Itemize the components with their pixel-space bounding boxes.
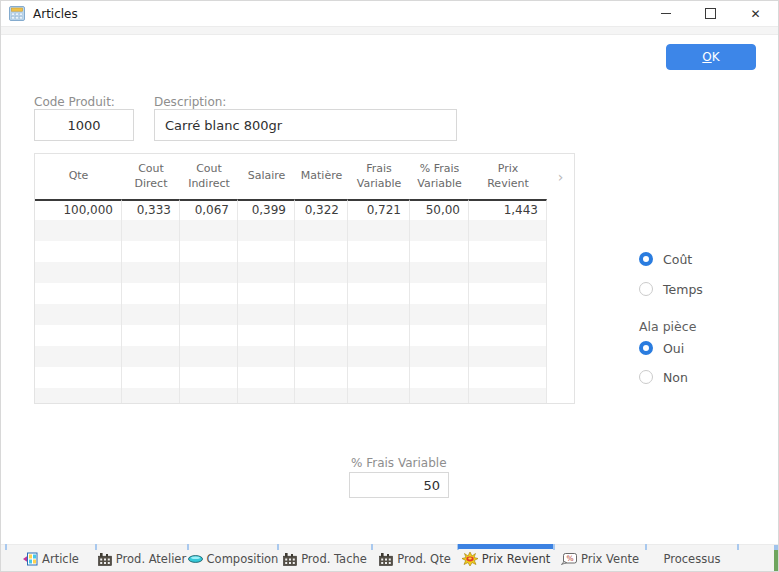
cell[interactable] — [238, 262, 295, 283]
radio-cout-selected[interactable] — [639, 252, 653, 266]
cell[interactable] — [35, 304, 122, 325]
table-row-data[interactable]: 100,0000,3330,0670,3990,3220,72150,001,4… — [35, 199, 574, 220]
maximize-button[interactable] — [688, 1, 733, 26]
cell[interactable] — [348, 220, 410, 241]
cell[interactable] — [410, 346, 469, 367]
radio-option-cout[interactable]: Coût — [639, 251, 769, 267]
cell[interactable] — [122, 367, 180, 388]
tab-prix-vente[interactable]: %Prix Vente — [554, 545, 646, 572]
cell[interactable] — [410, 388, 469, 403]
cell[interactable] — [348, 283, 410, 304]
column-header-frais-variable[interactable]: % Frais Variable — [410, 154, 469, 199]
cell[interactable] — [410, 241, 469, 262]
cell[interactable] — [295, 262, 348, 283]
radio-temps[interactable] — [639, 282, 653, 296]
cell[interactable] — [35, 220, 122, 241]
cell[interactable] — [122, 325, 180, 346]
cell[interactable]: 50,00 — [410, 199, 469, 220]
cell[interactable] — [295, 241, 348, 262]
ok-button[interactable]: OK — [666, 44, 756, 70]
cell[interactable] — [348, 388, 410, 403]
cell[interactable] — [295, 346, 348, 367]
cell[interactable]: 0,067 — [180, 199, 238, 220]
column-header-frais-variable[interactable]: Frais Variable — [348, 154, 410, 199]
cell[interactable] — [348, 262, 410, 283]
cell[interactable] — [410, 262, 469, 283]
cell[interactable] — [35, 283, 122, 304]
cell[interactable] — [238, 283, 295, 304]
table-row-empty[interactable] — [35, 241, 574, 262]
cell[interactable]: 0,322 — [295, 199, 348, 220]
cell[interactable] — [348, 367, 410, 388]
cell[interactable] — [180, 325, 238, 346]
cell[interactable] — [295, 367, 348, 388]
cell[interactable] — [35, 346, 122, 367]
cell[interactable] — [410, 304, 469, 325]
cell[interactable] — [295, 388, 348, 403]
cell[interactable] — [410, 367, 469, 388]
cost-table[interactable]: QteCout DirectCout IndirectSalaireMatièr… — [34, 153, 575, 404]
column-header-matiere[interactable]: Matière — [295, 154, 348, 199]
tab-prix-revient[interactable]: Prix Revient — [458, 545, 554, 572]
tab-prod-qte[interactable]: Prod. Qte — [372, 545, 458, 572]
more-columns-icon[interactable]: › — [547, 154, 574, 199]
table-body[interactable]: 100,0000,3330,0670,3990,3220,72150,001,4… — [35, 199, 574, 403]
cell[interactable] — [469, 304, 547, 325]
cell[interactable]: 1,443 — [469, 199, 547, 220]
cell[interactable] — [180, 304, 238, 325]
cell[interactable] — [35, 241, 122, 262]
cell[interactable]: 0,721 — [348, 199, 410, 220]
cell[interactable] — [180, 241, 238, 262]
radio-option-oui[interactable]: Oui — [639, 340, 769, 356]
table-row-empty[interactable] — [35, 304, 574, 325]
cell[interactable] — [35, 388, 122, 403]
cell[interactable] — [410, 283, 469, 304]
table-row-empty[interactable] — [35, 346, 574, 367]
cell[interactable]: 0,399 — [238, 199, 295, 220]
cell[interactable] — [35, 367, 122, 388]
cell[interactable] — [35, 262, 122, 283]
cell[interactable] — [348, 346, 410, 367]
cell[interactable] — [410, 220, 469, 241]
cell[interactable] — [348, 241, 410, 262]
column-header-salaire[interactable]: Salaire — [238, 154, 295, 199]
description-input[interactable] — [154, 109, 457, 141]
cell[interactable] — [238, 220, 295, 241]
column-header-qte[interactable]: Qte — [35, 154, 122, 199]
cell[interactable] — [238, 346, 295, 367]
tab-prod-tache[interactable]: Prod. Tache — [278, 545, 372, 572]
radio-non[interactable] — [639, 370, 653, 384]
cell[interactable] — [180, 388, 238, 403]
code-produit-input[interactable] — [34, 109, 134, 141]
cell[interactable] — [410, 325, 469, 346]
cell[interactable] — [180, 283, 238, 304]
cell[interactable] — [469, 220, 547, 241]
cell[interactable] — [238, 241, 295, 262]
cell[interactable] — [180, 367, 238, 388]
cell[interactable] — [122, 283, 180, 304]
cell[interactable] — [469, 388, 547, 403]
cell[interactable]: 100,000 — [35, 199, 122, 220]
cell[interactable] — [348, 325, 410, 346]
cell[interactable] — [122, 241, 180, 262]
cell[interactable] — [238, 367, 295, 388]
column-header-cout-indirect[interactable]: Cout Indirect — [180, 154, 238, 199]
cell[interactable] — [238, 304, 295, 325]
cell[interactable] — [122, 262, 180, 283]
tab-prod-atelier[interactable]: Prod. Atelier — [96, 545, 188, 572]
cell[interactable] — [238, 325, 295, 346]
radio-oui-selected[interactable] — [639, 341, 653, 355]
cell[interactable] — [180, 220, 238, 241]
cell[interactable] — [295, 220, 348, 241]
cell[interactable] — [122, 220, 180, 241]
cell[interactable] — [238, 388, 295, 403]
cell[interactable] — [180, 346, 238, 367]
table-row-empty[interactable] — [35, 262, 574, 283]
titlebar[interactable]: Articles ✕ — [1, 1, 778, 26]
cell[interactable] — [122, 388, 180, 403]
frais-variable-input[interactable] — [349, 472, 449, 498]
tab-composition[interactable]: Composition — [188, 545, 278, 572]
cell[interactable] — [122, 304, 180, 325]
cell[interactable] — [469, 346, 547, 367]
radio-option-temps[interactable]: Temps — [639, 281, 769, 297]
